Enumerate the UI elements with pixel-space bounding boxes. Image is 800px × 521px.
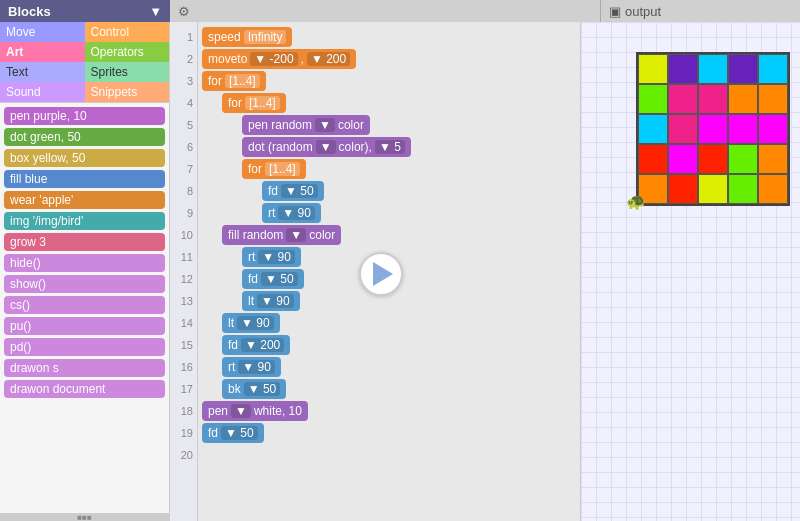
code-line-7: for [1..4] <box>238 158 580 180</box>
code-line-14: lt ▼ 90 <box>218 312 580 334</box>
block-fd-19[interactable]: fd ▼ 50 <box>202 423 264 443</box>
ln-17: 17 <box>170 378 197 400</box>
block-show[interactable]: show() <box>4 275 165 293</box>
resize-handle[interactable]: ■■■ <box>0 513 169 521</box>
line-numbers: 1 2 3 4 5 6 7 8 9 10 11 12 13 14 15 16 1… <box>170 22 198 521</box>
output-area: 🐢 <box>580 22 800 521</box>
turtle-icon: 🐢 <box>626 192 646 211</box>
block-for-4[interactable]: for [1..4] <box>222 93 286 113</box>
grid-cell-1-1 <box>668 84 698 114</box>
cat-operators[interactable]: Operators <box>85 42 170 62</box>
code-editor: 1 2 3 4 5 6 7 8 9 10 11 12 13 14 15 16 1… <box>170 22 580 521</box>
ln-12: 12 <box>170 268 197 290</box>
output-label: output <box>625 4 661 19</box>
block-box[interactable]: box yellow, 50 <box>4 149 165 167</box>
cat-sprites[interactable]: Sprites <box>85 62 170 82</box>
block-pu[interactable]: pu() <box>4 317 165 335</box>
block-fd-12[interactable]: fd ▼ 50 <box>242 269 304 289</box>
block-lt-14[interactable]: lt ▼ 90 <box>222 313 280 333</box>
ln-10: 10 <box>170 224 197 246</box>
code-line-15: fd ▼ 200 <box>218 334 580 356</box>
grid-cell-3-0 <box>638 144 668 174</box>
block-img[interactable]: img '/img/bird' <box>4 212 165 230</box>
grid-cell-2-1 <box>668 114 698 144</box>
block-rt-9[interactable]: rt ▼ 90 <box>262 203 321 223</box>
block-for-7[interactable]: for [1..4] <box>242 159 306 179</box>
grid-cell-4-3 <box>728 174 758 204</box>
block-speed[interactable]: speed Infinity <box>202 27 292 47</box>
code-line-9: rt ▼ 90 <box>258 202 580 224</box>
gear-icon[interactable]: ⚙ <box>178 4 190 19</box>
grid-cell-4-1 <box>668 174 698 204</box>
editor-header: ⚙ <box>170 0 600 22</box>
block-fill[interactable]: fill blue <box>4 170 165 188</box>
code-line-4: for [1..4] <box>218 92 580 114</box>
cat-move[interactable]: Move <box>0 22 85 42</box>
output-header: ▣ output <box>600 0 800 22</box>
code-line-11: rt ▼ 90 <box>238 246 580 268</box>
grid-cell-0-4 <box>758 54 788 84</box>
block-fill-random[interactable]: fill random ▼ color <box>222 225 341 245</box>
block-rt-11[interactable]: rt ▼ 90 <box>242 247 301 267</box>
grid-cell-1-0 <box>638 84 668 114</box>
code-line-16: rt ▼ 90 <box>218 356 580 378</box>
ln-5: 5 <box>170 114 197 136</box>
block-pd[interactable]: pd() <box>4 338 165 356</box>
code-line-1: speed Infinity <box>198 26 580 48</box>
block-fd-8[interactable]: fd ▼ 50 <box>262 181 324 201</box>
block-lt-13[interactable]: lt ▼ 90 <box>242 291 300 311</box>
block-pen[interactable]: pen purple, 10 <box>4 107 165 125</box>
cat-sound[interactable]: Sound <box>0 82 85 102</box>
cat-text[interactable]: Text <box>0 62 85 82</box>
grid-cell-0-2 <box>698 54 728 84</box>
collapse-icon[interactable]: ▼ <box>149 4 162 19</box>
grid-cell-4-4 <box>758 174 788 204</box>
block-rt-16[interactable]: rt ▼ 90 <box>222 357 281 377</box>
ln-4: 4 <box>170 92 197 114</box>
grid-cell-1-2 <box>698 84 728 114</box>
block-wear[interactable]: wear 'apple' <box>4 191 165 209</box>
block-drawon-s[interactable]: drawon s <box>4 359 165 377</box>
block-drawon-doc[interactable]: drawon document <box>4 380 165 398</box>
grid-cell-2-2 <box>698 114 728 144</box>
grid-cell-2-3 <box>728 114 758 144</box>
code-line-8: fd ▼ 50 <box>258 180 580 202</box>
code-line-12: fd ▼ 50 <box>238 268 580 290</box>
cat-snippets[interactable]: Snippets <box>85 82 170 102</box>
ln-11: 11 <box>170 246 197 268</box>
code-line-13: lt ▼ 90 <box>238 290 580 312</box>
block-for-3[interactable]: for [1..4] <box>202 71 266 91</box>
block-grow[interactable]: grow 3 <box>4 233 165 251</box>
grid-cell-3-1 <box>668 144 698 174</box>
grid-cell-0-1 <box>668 54 698 84</box>
block-pen-random[interactable]: pen random ▼ color <box>242 115 370 135</box>
block-hide[interactable]: hide() <box>4 254 165 272</box>
block-dot-random[interactable]: dot (random ▼ color), ▼ 5 <box>242 137 411 157</box>
grid-cell-1-3 <box>728 84 758 114</box>
code-line-20 <box>198 444 580 466</box>
code-lines: speed Infinity moveto ▼ -200, ▼ 200 for … <box>198 22 580 521</box>
ln-6: 6 <box>170 136 197 158</box>
grid-cell-3-2 <box>698 144 728 174</box>
play-triangle-icon <box>373 262 393 286</box>
ln-13: 13 <box>170 290 197 312</box>
block-moveto[interactable]: moveto ▼ -200, ▼ 200 <box>202 49 356 69</box>
block-bk-17[interactable]: bk ▼ 50 <box>222 379 286 399</box>
ln-1: 1 <box>170 26 197 48</box>
ln-19: 19 <box>170 422 197 444</box>
grid-cell-0-3 <box>728 54 758 84</box>
monitor-icon: ▣ <box>609 4 621 19</box>
ln-18: 18 <box>170 400 197 422</box>
ln-15: 15 <box>170 334 197 356</box>
block-cs[interactable]: cs() <box>4 296 165 314</box>
ln-9: 9 <box>170 202 197 224</box>
block-dot[interactable]: dot green, 50 <box>4 128 165 146</box>
cat-control[interactable]: Control <box>85 22 170 42</box>
cat-art[interactable]: Art <box>0 42 85 62</box>
ln-20: 20 <box>170 444 197 466</box>
blocks-panel-header: Blocks ▼ <box>0 0 170 22</box>
grid-cell-0-0 <box>638 54 668 84</box>
play-button[interactable] <box>359 252 403 296</box>
block-fd-15[interactable]: fd ▼ 200 <box>222 335 290 355</box>
block-pen-18[interactable]: pen ▼ white, 10 <box>202 401 308 421</box>
